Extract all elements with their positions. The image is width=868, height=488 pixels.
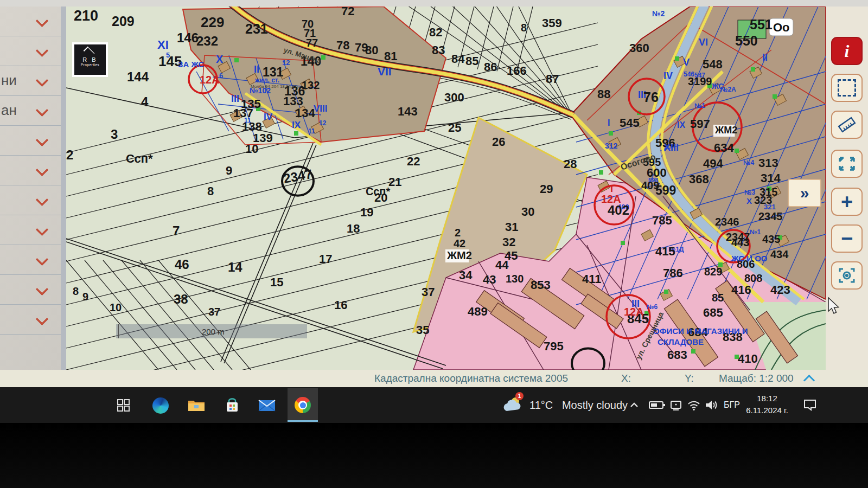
- chevron-down-icon: [35, 14, 48, 27]
- map-label: IX: [292, 120, 301, 130]
- sidebar-row[interactable]: [0, 215, 61, 245]
- screen-top-strip: [0, 0, 868, 7]
- zoom-in-button[interactable]: +: [831, 188, 863, 216]
- map-label: 15: [270, 275, 283, 289]
- map-label: II: [254, 64, 259, 75]
- chevron-down-icon: [35, 223, 48, 236]
- map-label: VI: [699, 37, 708, 48]
- map-label: 85: [712, 292, 724, 304]
- chevron-down-icon: [35, 163, 48, 176]
- volume-icon[interactable]: [704, 387, 718, 423]
- map-label: 21: [388, 175, 401, 189]
- map-label: 3: [111, 127, 118, 142]
- store-taskbar-button[interactable]: [221, 395, 243, 416]
- map-label: 551: [750, 17, 773, 32]
- map-label: 8: [521, 22, 527, 34]
- mail-icon: [258, 399, 276, 412]
- weather-icon: 1: [503, 396, 524, 414]
- map-label: 28: [564, 157, 577, 171]
- clock-date: 6.11.2024 г.: [742, 404, 792, 416]
- sidebar-row[interactable]: [0, 305, 61, 335]
- sidebar-row[interactable]: [0, 7, 61, 36]
- wifi-icon[interactable]: [687, 387, 701, 423]
- sidebar-row-label: ни: [1, 72, 17, 89]
- sidebar-row[interactable]: ни: [0, 66, 61, 96]
- map-label: 82: [429, 25, 442, 39]
- sidebar-row[interactable]: [0, 185, 61, 215]
- map-label: IV: [663, 70, 673, 81]
- chrome-taskbar-button[interactable]: [288, 388, 318, 422]
- map-label: 44: [495, 258, 509, 272]
- language-indicator[interactable]: БГР: [724, 387, 740, 423]
- map-label: жил. ст.: [254, 76, 279, 84]
- map-label: 14: [228, 260, 242, 274]
- map-label: 86: [484, 60, 497, 74]
- clock[interactable]: 18:12 6.11.2024 г.: [742, 393, 792, 416]
- weather-widget[interactable]: 1 11°C Mostly cloudy: [503, 396, 628, 414]
- map-label: X: [216, 53, 224, 65]
- map-label: 143: [398, 105, 418, 118]
- map-label: 683: [667, 348, 687, 362]
- edge-taskbar-button[interactable]: [150, 395, 171, 416]
- map-label: 11: [308, 127, 315, 135]
- zoom-out-button[interactable]: −: [831, 224, 863, 253]
- map-label: 853: [531, 278, 551, 292]
- sidebar-row[interactable]: [0, 36, 61, 66]
- map-label: ОФИСИ И МАГАЗИНИ И: [653, 326, 748, 336]
- weather-desc: Mostly cloudy: [562, 399, 628, 411]
- select-area-button[interactable]: [831, 74, 863, 102]
- sidebar-row-label: ан: [1, 102, 17, 119]
- start-button[interactable]: [113, 395, 135, 416]
- tray-chevron-up[interactable]: [628, 387, 640, 423]
- measure-button[interactable]: [831, 111, 863, 139]
- battery-icon[interactable]: [649, 387, 665, 423]
- map-label: 17: [319, 252, 332, 266]
- map-label: 209: [112, 14, 135, 29]
- expand-panel-button[interactable]: »: [788, 179, 821, 207]
- sidebar-row[interactable]: [0, 245, 61, 275]
- map-label: 411: [582, 272, 602, 286]
- map-label: 300: [444, 91, 464, 104]
- locate-button[interactable]: [831, 261, 863, 290]
- info-button[interactable]: i: [831, 37, 863, 65]
- map-statusbar: Кадастрална координатна система 2005 X: …: [0, 370, 868, 387]
- collapse-statusbar-chevron-icon[interactable]: [803, 375, 815, 386]
- scale-label: Мащаб: 1:2 000: [719, 373, 794, 384]
- map-label: II: [762, 52, 768, 63]
- chevron-down-icon: [35, 74, 48, 87]
- full-extent-button[interactable]: [831, 150, 863, 178]
- map-label: 2: [455, 227, 461, 239]
- mouse-cursor: [827, 297, 841, 318]
- action-center-button[interactable]: [803, 387, 817, 423]
- cadastral-map[interactable]: 200 mOo210209229231146232XI5145ЗА ЖС144X…: [66, 7, 826, 370]
- map-label: СКЛАДОВЕ: [658, 337, 704, 346]
- map-label: 416: [731, 283, 751, 297]
- map-label: 29: [540, 182, 553, 196]
- map-label: 545: [620, 116, 640, 130]
- map-label: 130: [506, 273, 524, 285]
- sidebar-row[interactable]: [0, 156, 61, 185]
- map-label: 144: [127, 69, 149, 84]
- map-label: 314: [761, 171, 781, 185]
- weather-badge: 1: [515, 392, 524, 400]
- map-label: ЖМ2: [714, 125, 737, 136]
- sidebar-row[interactable]: ан: [0, 96, 61, 126]
- y-coordinate-label: Y:: [685, 373, 694, 384]
- scale-bar-label: 200 m: [202, 327, 225, 336]
- map-label: №1: [750, 228, 761, 236]
- map-label: 550: [735, 33, 758, 48]
- sidebar-row[interactable]: [0, 275, 61, 305]
- sidebar-row[interactable]: [0, 126, 61, 156]
- map-label: 72: [341, 7, 354, 18]
- file-explorer-taskbar-button[interactable]: [186, 395, 207, 416]
- chevron-down-icon: [35, 193, 48, 206]
- map-label: 494: [703, 157, 723, 170]
- map-label: V: [683, 57, 690, 68]
- map-label: IX: [677, 120, 685, 130]
- map-label: III: [631, 298, 640, 309]
- map-label: №6: [647, 303, 658, 311]
- wireless-display-icon[interactable]: [669, 387, 682, 423]
- map-label: ЖС И ОО: [731, 254, 768, 263]
- mail-taskbar-button[interactable]: [256, 395, 278, 416]
- map-label: 80: [365, 43, 378, 57]
